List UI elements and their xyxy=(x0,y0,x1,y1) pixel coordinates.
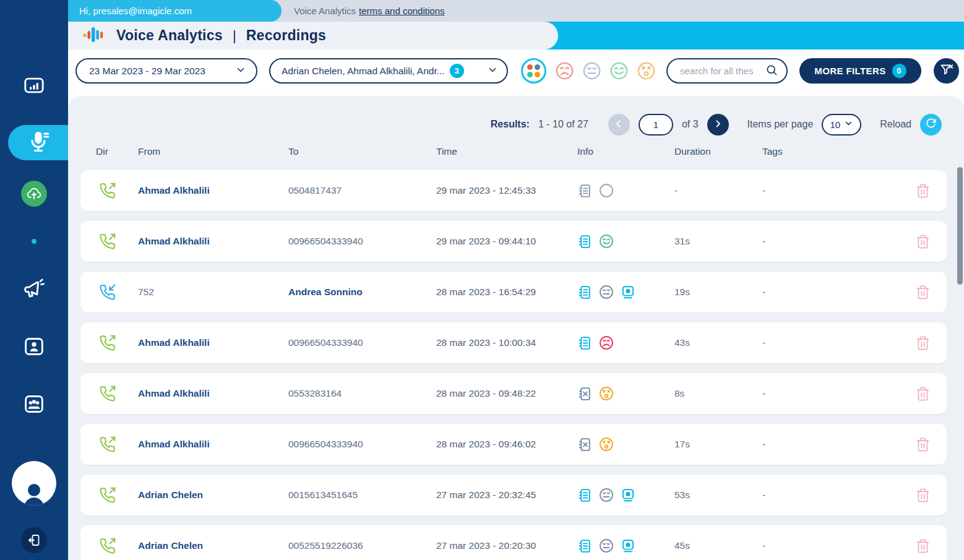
from-cell: Ahmad Alkhalili xyxy=(138,337,288,348)
sentiment-neutral-filter-button[interactable] xyxy=(581,60,603,82)
screen-recording-icon[interactable] xyxy=(620,487,636,503)
info-icons-cell xyxy=(577,284,674,300)
cloud-upload-icon xyxy=(21,181,47,207)
time-cell: 28 mar 2023 - 09:48:22 xyxy=(436,388,577,399)
duration-cell: 31s xyxy=(674,236,762,247)
table-row[interactable]: Adrian Chelen 00525519226036 27 mar 2023… xyxy=(80,525,947,560)
search-box[interactable] xyxy=(666,58,788,84)
date-range-dropdown[interactable]: 23 Mar 2023 - 29 Mar 2023 xyxy=(75,58,257,84)
delete-recording-button[interactable] xyxy=(915,386,931,402)
page-number-input[interactable] xyxy=(639,114,673,136)
results-bar: Results: 1 - 10 of 27 of 3 Items per pag… xyxy=(68,96,964,137)
info-icons-cell xyxy=(577,233,674,249)
info-icons-cell xyxy=(577,436,674,452)
tags-cell: - xyxy=(762,489,886,501)
sentiment-sad-filter-button[interactable] xyxy=(554,60,575,82)
tags-cell: - xyxy=(762,185,886,196)
delete-recording-button[interactable] xyxy=(915,538,931,554)
table-row[interactable]: Ahmad Alkhalili 00966504333940 28 mar 20… xyxy=(80,424,947,465)
items-per-page-dropdown[interactable]: 10 xyxy=(822,114,861,136)
items-per-page-value: 10 xyxy=(830,119,840,130)
screen-recording-icon[interactable] xyxy=(620,538,636,554)
outgoing-call-icon xyxy=(99,335,138,351)
outgoing-call-icon xyxy=(99,183,138,199)
screen-recording-icon[interactable] xyxy=(620,284,636,300)
sentiment-all-filter-button[interactable] xyxy=(519,56,548,85)
to-cell: 0015613451645 xyxy=(288,489,436,501)
sentiment-unknown-icon[interactable] xyxy=(598,436,614,452)
column-header-from: From xyxy=(138,146,288,157)
filter-bar: 23 Mar 2023 - 29 Mar 2023 Adrian Chelen,… xyxy=(68,50,964,98)
transcript-icon[interactable] xyxy=(577,285,593,300)
to-cell: 0504817437 xyxy=(288,185,436,196)
previous-page-button[interactable] xyxy=(608,114,630,136)
sentiment-neutral-icon[interactable] xyxy=(598,538,614,554)
transcript-icon[interactable] xyxy=(577,234,593,249)
date-range-value: 23 Mar 2023 - 29 Mar 2023 xyxy=(89,66,205,77)
header-band: Voice Analytics | Recordings xyxy=(68,22,964,50)
no-sentiment-icon[interactable] xyxy=(598,183,614,199)
results-label: Results: xyxy=(491,119,530,130)
clear-filters-button[interactable] xyxy=(934,58,959,84)
no-transcript-icon[interactable] xyxy=(577,386,593,402)
no-transcript-icon[interactable] xyxy=(577,437,593,452)
page-header: Voice Analytics | Recordings xyxy=(68,22,558,50)
sidebar-item-announcements[interactable] xyxy=(0,276,68,303)
column-header-tags: Tags xyxy=(762,146,886,157)
sentiment-neutral-icon xyxy=(582,61,602,81)
microphone-icon xyxy=(25,129,51,157)
table-row[interactable]: Ahmad Alkhalili 00966504333940 28 mar 20… xyxy=(80,322,947,363)
next-page-button[interactable] xyxy=(707,114,729,136)
sidebar-item-contacts[interactable] xyxy=(0,333,68,360)
sidebar-item-groups[interactable] xyxy=(0,390,68,418)
chevron-right-icon xyxy=(712,118,723,131)
filter-clear-icon xyxy=(939,62,954,79)
delete-recording-button[interactable] xyxy=(915,335,931,351)
vertical-scrollbar[interactable] xyxy=(957,99,963,560)
search-input[interactable] xyxy=(680,66,760,76)
tags-cell: - xyxy=(762,439,886,450)
table-row[interactable]: Ahmad Alkhalili 0553283164 28 mar 2023 -… xyxy=(80,373,947,414)
delete-recording-button[interactable] xyxy=(915,488,931,503)
transcript-icon[interactable] xyxy=(577,488,593,503)
scrollbar-thumb[interactable] xyxy=(957,167,963,285)
sentiment-all-icon xyxy=(521,58,546,84)
sentiment-neutral-icon[interactable] xyxy=(598,284,614,300)
sidebar-item-analytics[interactable] xyxy=(0,72,68,99)
sentiment-sad-icon[interactable] xyxy=(598,335,614,351)
sentiment-happy-filter-button[interactable] xyxy=(608,60,630,82)
logout-icon xyxy=(21,527,47,553)
table-row[interactable]: Ahmad Alkhalili 00966504333940 29 mar 20… xyxy=(80,221,947,262)
reload-button[interactable] xyxy=(920,114,942,136)
time-cell: 28 mar 2023 - 16:54:29 xyxy=(436,286,577,298)
duration-cell: 8s xyxy=(674,388,762,399)
logout-button[interactable] xyxy=(0,527,68,554)
duration-cell: 45s xyxy=(674,540,762,551)
time-cell: 29 mar 2023 - 12:45:33 xyxy=(436,185,577,196)
delete-recording-button[interactable] xyxy=(915,183,931,199)
delete-recording-button[interactable] xyxy=(915,234,931,249)
transcript-icon[interactable] xyxy=(577,335,593,351)
outgoing-call-icon xyxy=(99,233,138,250)
table-row[interactable]: 752 Andrea Sonnino 28 mar 2023 - 16:54:2… xyxy=(80,272,947,312)
sentiment-unknown-icon[interactable] xyxy=(598,386,614,402)
sentiment-unknown-filter-button[interactable] xyxy=(635,60,657,82)
duration-cell: 43s xyxy=(674,337,762,348)
sidebar-item-upload[interactable] xyxy=(0,180,68,207)
delete-recording-button[interactable] xyxy=(915,285,931,300)
table-row[interactable]: Adrian Chelen 0015613451645 27 mar 2023 … xyxy=(80,475,947,515)
transcript-icon[interactable] xyxy=(577,183,593,199)
duration-cell: 19s xyxy=(674,286,762,298)
delete-recording-button[interactable] xyxy=(915,437,931,452)
incoming-call-icon xyxy=(99,284,138,301)
sentiment-neutral-icon[interactable] xyxy=(598,487,614,503)
terms-and-conditions-link[interactable]: terms and conditions xyxy=(359,6,444,16)
user-avatar[interactable] xyxy=(0,460,68,506)
info-icons-cell xyxy=(577,487,674,503)
sidebar-item-recordings-active[interactable] xyxy=(8,125,68,160)
more-filters-button[interactable]: MORE FILTERS 0 xyxy=(799,58,921,84)
table-row[interactable]: Ahmad Alkhalili 0504817437 29 mar 2023 -… xyxy=(80,170,947,211)
transcript-icon[interactable] xyxy=(577,538,593,554)
users-filter-dropdown[interactable]: Adrian Chelen, Ahmad Alkhalili, Andr... … xyxy=(269,58,508,84)
sentiment-happy-icon[interactable] xyxy=(598,233,614,249)
